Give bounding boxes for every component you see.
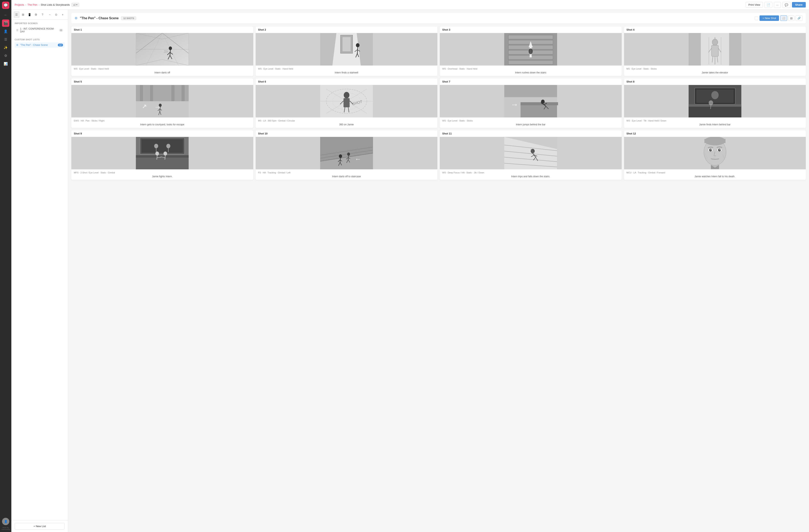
content-area: ☰ ⊞ 📱 ⚙ ? − ⊙ + IMPORTED SCENES ☰ 1 · IN… [11, 10, 809, 532]
view-toggle-list[interactable]: ▤ [788, 15, 794, 21]
svg-rect-89 [520, 103, 557, 117]
nav-user-icon[interactable]: 👤 [2, 28, 9, 35]
shot-specs: WS · Eye Level · Static · Sticks [442, 119, 619, 122]
zoom-out-button[interactable]: − [47, 11, 52, 18]
svg-point-160 [710, 149, 711, 150]
shot-card-12[interactable]: Shot 12 MCU · LA · Track [624, 131, 806, 180]
nav-list-icon[interactable]: ☰ [2, 36, 9, 43]
custom-shot-lists-section: CUSTOM SHOT LISTS ⚙ "The Pen" - Chase Sc… [11, 36, 68, 49]
sidebar-tool-mobile[interactable]: 📱 [27, 11, 32, 18]
nav-chart-icon[interactable]: 📊 [2, 60, 9, 67]
shot-list-label: "The Pen" - Chase Scene [20, 44, 56, 47]
nav-back[interactable]: ← [2, 11, 9, 19]
export-button[interactable]: 📄 [764, 2, 772, 8]
view-toggle-link[interactable]: 🔗 [796, 15, 803, 21]
print-view-button[interactable]: Print View [746, 2, 763, 8]
svg-point-127 [339, 154, 342, 158]
shot-description: Intern finds a stairwell [258, 71, 435, 74]
new-list-button[interactable]: + New List [15, 523, 65, 530]
shot-specs: EWS · HA · Pan · Sticks / Right [74, 119, 251, 122]
shot-card-header: Shot 5 [71, 79, 253, 85]
main-content: ⚙ "The Pen" - Chase Scene 12 SHOTS + New… [68, 10, 809, 532]
shot-image [256, 33, 437, 66]
svg-point-158 [709, 149, 712, 152]
shot-card-3[interactable]: Shot 3 WS · Overhead · Static · Hand Hel… [440, 27, 622, 76]
shot-card-8[interactable]: Shot 8 WS · Eye Level · Tilt · Hand Held… [624, 79, 806, 128]
shot-card-2[interactable]: Shot 2 WS · Eye Level · Static · Hand He… [256, 27, 437, 76]
svg-point-64 [159, 104, 161, 107]
shot-description: Intern gets to courtyard, looks for esca… [74, 123, 251, 126]
svg-text:↗: ↗ [142, 103, 147, 109]
shot-description: Jamie takes the elevator [626, 71, 804, 74]
shot-card-footer: MS · LA · 360 Spin · Gimbal / Circular 3… [256, 117, 437, 128]
shot-specs: WS · Overhead · Static · Hand Held [442, 68, 619, 70]
svg-rect-61 [182, 85, 185, 101]
shot-list-item-chase[interactable]: ⚙ "The Pen" - Chase Scene 12 [15, 42, 65, 48]
shot-card-6[interactable]: Shot 6 SHOT MS · LA · 360 Spin · Gimbal … [256, 79, 437, 128]
svg-point-104 [709, 100, 713, 105]
nav-effects-icon[interactable]: ✨ [2, 44, 9, 51]
svg-rect-59 [150, 85, 153, 101]
imported-scenes-title: IMPORTED SCENES [15, 22, 65, 24]
shot-card-5[interactable]: Shot 5 → ↗ EWS · HA · Pan · Sticks / Rig… [71, 79, 253, 128]
svg-point-26 [356, 43, 360, 47]
svg-rect-88 [504, 85, 557, 97]
nav-sliders-icon[interactable]: ⚙ [2, 52, 9, 59]
user-avatar[interactable]: 👤 [2, 518, 9, 525]
new-shot-button[interactable]: + New Shot [759, 15, 779, 21]
shot-image [624, 33, 806, 66]
shot-card-header: Shot 2 [256, 27, 437, 33]
svg-rect-44 [689, 33, 701, 66]
shot-card-header: Shot 3 [440, 27, 622, 33]
shot-card-9[interactable]: Shot 9 MFS · 2-Shot / Eye Level · Static… [71, 131, 253, 180]
main-area: Projects › The Pen › Shot Lists & Storyb… [11, 0, 809, 532]
scene-item-conference[interactable]: ☰ 1 · INT. CONFERENCE ROOM · DAY 0 [15, 26, 65, 34]
sidebar-tool-settings[interactable]: ⚙ [33, 11, 39, 18]
zoom-in-button[interactable]: + [60, 11, 66, 18]
sidebar-tool-list[interactable]: ☰ [14, 11, 19, 18]
view-toggle-storyboard[interactable]: ⬜ [780, 15, 787, 21]
svg-rect-45 [729, 33, 741, 66]
share-button[interactable]: Share [792, 2, 806, 7]
version-badge[interactable]: v2 ▾ [71, 3, 79, 7]
shot-description: Intern darts off to staircase [258, 175, 435, 178]
shot-image [440, 137, 622, 169]
svg-point-49 [712, 39, 718, 46]
shot-card-11[interactable]: Shot 11 WS · Deep Focus / HA · Static · … [440, 131, 622, 180]
shot-description: Jamie watches Intern fall to his death. [626, 175, 804, 178]
sidebar-tool-help[interactable]: ? [40, 11, 46, 18]
shot-card-header: Shot 11 [440, 131, 622, 137]
shot-description: Jamie finds Intern behind bar [626, 123, 804, 126]
svg-point-41 [529, 49, 533, 54]
breadcrumb: Projects › The Pen › Shot Lists & Storyb… [15, 3, 70, 6]
svg-rect-102 [689, 105, 741, 117]
shot-image [71, 33, 253, 66]
shot-card-header: Shot 8 [624, 79, 806, 85]
scene-item-label: 1 · INT. CONFERENCE ROOM · DAY [20, 28, 57, 33]
more-options-button[interactable]: ··· [774, 2, 781, 8]
svg-rect-50 [711, 45, 718, 56]
shot-card-4[interactable]: Shot 4 MS · Eye Level · Static · Sticks … [624, 27, 806, 76]
zoom-reset-button[interactable]: ⊙ [53, 11, 59, 18]
svg-rect-25 [342, 37, 350, 51]
shot-specs: MS · Eye Level · Static · Sticks [626, 68, 804, 70]
nav-scene-icon[interactable]: 🎬 [2, 19, 9, 27]
shot-card-1[interactable]: Shot 1 WS · Eye Level · Static · Hand He… [71, 27, 253, 76]
left-navigation: 💬 ← 🎬 👤 ☰ ✨ ⚙ 📊 👤 Made By Leanometry [0, 0, 11, 532]
select-all-checkbox[interactable] [755, 16, 758, 20]
sidebar-tool-grid[interactable]: ⊞ [20, 11, 26, 18]
shot-list-badge: 12 [58, 44, 63, 47]
top-header: Projects › The Pen › Shot Lists & Storyb… [11, 0, 809, 10]
app-logo[interactable]: 💬 [2, 2, 9, 9]
svg-text:→: → [510, 100, 518, 109]
sidebar: ☰ ⊞ 📱 ⚙ ? − ⊙ + IMPORTED SCENES ☰ 1 · IN… [11, 10, 68, 532]
projects-link[interactable]: Projects [15, 3, 24, 6]
comments-button[interactable]: 💬 [782, 2, 790, 8]
svg-rect-39 [508, 61, 553, 65]
shot-card-10[interactable]: Shot 10 ← FS · HA · Tracking · Gimbal / … [256, 131, 437, 180]
shot-card-7[interactable]: Shot 7 → WS · Eye Level · Static · Stick… [440, 79, 622, 128]
project-name-link[interactable]: The Pen [28, 3, 37, 6]
shot-card-footer: WS · Eye Level · Static · Hand Held Inte… [256, 66, 437, 76]
shot-card-header: Shot 9 [71, 131, 253, 137]
svg-point-79 [344, 92, 349, 98]
